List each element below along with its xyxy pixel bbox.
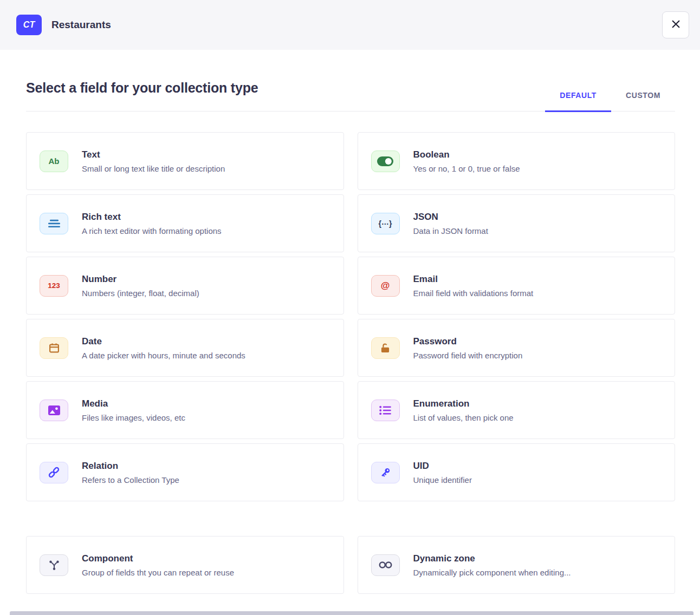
tab-bar: DEFAULT CUSTOM [545, 91, 675, 111]
header-left: CT Restaurants [16, 15, 111, 35]
field-card-description: A date picker with hours, minute and sec… [82, 351, 245, 360]
modal-title: Restaurants [51, 19, 111, 31]
chain-link-icon [40, 462, 68, 483]
branch-icon [40, 554, 68, 576]
field-card-title: Enumeration [413, 398, 514, 409]
field-card-title: Relation [82, 461, 179, 472]
heading-row: Select a field for your collection type … [26, 80, 675, 112]
modal-body: Select a field for your collection type … [0, 80, 700, 594]
json-braces-icon: {⋯} [371, 213, 400, 234]
field-card-title: Number [82, 274, 199, 285]
field-card-password[interactable]: Password Password field with encryption [358, 319, 676, 377]
ab-text-icon: Ab [40, 151, 68, 172]
field-card-description: Small or long text like title or descrip… [82, 164, 225, 173]
lock-open-icon [371, 337, 400, 359]
field-card-media[interactable]: Media Files like images, videos, etc [26, 381, 344, 439]
field-card-description: Yes or no, 1 or 0, true or false [413, 164, 520, 173]
field-card-title: UID [413, 461, 472, 472]
field-card-description: List of values, then pick one [413, 413, 514, 422]
at-sign-icon: @ [371, 275, 400, 297]
field-card-title: Text [82, 149, 225, 160]
bottom-divider [10, 611, 693, 615]
field-card-title: Rich text [82, 212, 222, 223]
align-lines-icon [40, 213, 68, 234]
picture-icon [40, 400, 68, 421]
field-card-text[interactable]: Ab Text Small or long text like title or… [26, 132, 344, 190]
field-card-relation[interactable]: Relation Refers to a Collection Type [26, 443, 344, 501]
field-card-json[interactable]: {⋯} JSON Data in JSON format [358, 194, 676, 252]
field-card-description: Data in JSON format [413, 226, 488, 235]
field-card-rich-text[interactable]: Rich text A rich text editor with format… [26, 194, 344, 252]
close-icon [671, 19, 680, 30]
field-grid-structure: Component Group of fields tht you can re… [26, 536, 675, 594]
field-card-description: Refers to a Collection Type [82, 475, 179, 485]
field-card-title: Date [82, 336, 245, 347]
content-type-badge: CT [16, 15, 42, 35]
field-card-number[interactable]: 123 Number Numbers (integer, float, deci… [26, 257, 344, 315]
field-card-description: A rich text editor with formating option… [82, 226, 222, 235]
field-card-description: Email field with validations format [413, 289, 534, 298]
modal-header: CT Restaurants [0, 0, 700, 50]
tab-default[interactable]: DEFAULT [545, 91, 611, 111]
field-card-date[interactable]: Date A date picker with hours, minute an… [26, 319, 344, 377]
key-icon [371, 462, 400, 483]
field-card-description: Unique identifier [413, 475, 472, 485]
field-card-uid[interactable]: UID Unique identifier [358, 443, 676, 501]
field-card-title: JSON [413, 212, 488, 223]
bullet-list-icon [371, 400, 400, 421]
infinity-icon [371, 554, 400, 576]
field-card-component[interactable]: Component Group of fields tht you can re… [26, 536, 344, 594]
field-card-description: Group of fields tht you can repeat or re… [82, 568, 234, 577]
calendar-icon [40, 337, 68, 359]
field-card-title: Media [82, 398, 185, 409]
close-button[interactable] [662, 11, 689, 38]
tab-custom[interactable]: CUSTOM [611, 91, 675, 111]
field-card-title: Password [413, 336, 523, 347]
field-card-title: Boolean [413, 149, 520, 160]
field-card-description: Numbers (integer, float, decimal) [82, 289, 199, 298]
field-card-title: Email [413, 274, 534, 285]
field-card-boolean[interactable]: Boolean Yes or no, 1 or 0, true or false [358, 132, 676, 190]
field-card-description: Dynamically pick component when editing.… [413, 568, 571, 577]
field-card-title: Dynamic zone [413, 553, 571, 564]
field-card-email[interactable]: @ Email Email field with validations for… [358, 257, 676, 315]
field-card-description: Files like images, videos, etc [82, 413, 185, 422]
field-card-title: Component [82, 553, 234, 564]
field-grid-default: Ab Text Small or long text like title or… [26, 132, 675, 501]
page-title: Select a field for your collection type [26, 80, 258, 111]
field-card-dynamic-zone[interactable]: Dynamic zone Dynamically pick component … [358, 536, 676, 594]
field-card-description: Password field with encryption [413, 351, 523, 360]
numbers-123-icon: 123 [40, 275, 68, 297]
field-card-enumeration[interactable]: Enumeration List of values, then pick on… [358, 381, 676, 439]
toggle-icon [371, 151, 400, 172]
